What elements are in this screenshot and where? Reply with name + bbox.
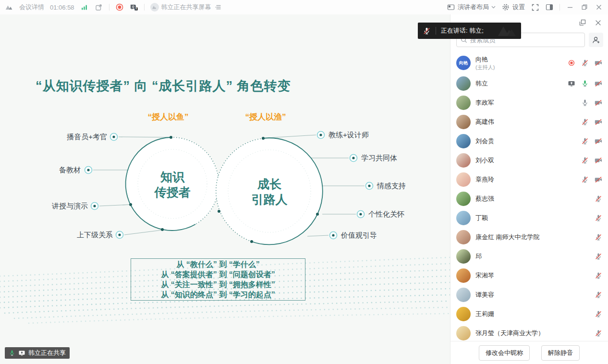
close-panel-icon[interactable] [594, 18, 602, 27]
member-status-icons [595, 253, 602, 260]
right-circle-label: 成长 引路人 [221, 176, 317, 207]
diagram-item: 教练+设计师 [328, 131, 369, 140]
sharing-status-text: 韩立正在共享 [28, 349, 66, 357]
sharing-status-badge: 韩立正在共享 [5, 347, 70, 359]
diagram-item: 情感支持 [377, 182, 406, 191]
member-row[interactable]: 韩立 [450, 74, 608, 93]
member-row[interactable]: 康金红 南师大中北学院 [450, 228, 608, 247]
avatar [456, 288, 471, 302]
member-status-icons [581, 137, 602, 145]
mic-muted-icon [595, 272, 602, 279]
right-circle-line2: 引路人 [221, 192, 317, 207]
member-row[interactable]: 向艳 向艳 (主持人) [450, 52, 608, 74]
member-info: 谭美容 [475, 291, 590, 299]
summary-line: 从 “答案提供者” 到 “问题创设者” [161, 269, 275, 279]
sharer-status-chip[interactable]: 韩立正在共享屏幕 [150, 3, 222, 12]
member-status-icons [568, 59, 602, 67]
recording-indicator-icon [568, 59, 575, 67]
member-row[interactable]: 宋湘琴 [450, 266, 608, 285]
member-info: 宋湘琴 [475, 271, 590, 280]
member-list[interactable]: 向艳 向艳 (主持人) 韩立 李政军 高建伟 刘会贵 [450, 52, 608, 341]
mic-muted-icon [581, 157, 589, 164]
divider [144, 4, 145, 11]
member-name: 谭美容 [475, 291, 590, 299]
avatar [456, 153, 471, 168]
mic-muted-icon [595, 233, 602, 241]
member-status-icons [595, 310, 602, 318]
mic-muted-icon [581, 137, 589, 145]
member-row[interactable]: 邱 [450, 247, 608, 266]
member-row[interactable]: 刘小双 [450, 151, 608, 170]
person-add-icon [592, 36, 600, 44]
layout-label: 演讲者布局 [458, 3, 489, 12]
member-status-icons [595, 214, 602, 222]
member-row[interactable]: 刘会贵 [450, 132, 608, 151]
minimize-button[interactable] [566, 3, 574, 12]
member-name: 王莉姗 [475, 310, 590, 318]
mic-muted-icon [595, 291, 602, 299]
unmute-button[interactable]: 解除静音 [541, 345, 580, 361]
member-status-icons [595, 329, 602, 337]
member-name: 丁颖 [475, 214, 590, 222]
add-member-button[interactable] [589, 33, 603, 47]
rename-button[interactable]: 修改会中昵称 [479, 345, 530, 361]
diagram-item: 讲授与演示 [46, 202, 88, 211]
pop-out-icon[interactable] [578, 18, 587, 27]
settings-button[interactable]: 设置 [501, 3, 525, 12]
member-row[interactable]: 丁颖 [450, 208, 608, 228]
member-name: 刘小双 [475, 156, 576, 165]
maximize-button[interactable] [580, 3, 589, 12]
member-status-icons [595, 195, 602, 203]
avatar [456, 76, 471, 91]
shared-screen-area: “从知识传授者” 向 “成长引路人” 角色转变 “授人以鱼” “授人以渔” 知识… [0, 14, 450, 364]
member-name: 高建伟 [475, 118, 576, 126]
left-circle-line1: 知识 [124, 169, 220, 184]
layout-selector[interactable]: 演讲者布局 [447, 3, 496, 12]
mic-muted-icon [581, 118, 589, 126]
live-captions-icon[interactable]: T [130, 3, 138, 12]
mic-idle-icon [581, 99, 589, 107]
record-button[interactable] [115, 3, 124, 12]
member-info: 王莉姗 [475, 310, 590, 318]
mic-muted-icon [595, 214, 602, 222]
avatar [456, 249, 471, 264]
meeting-timer: 01:06:58 [50, 4, 74, 11]
meeting-details-button[interactable]: 会议详情 [19, 3, 44, 12]
member-row[interactable]: 章燕玲 [450, 170, 608, 189]
member-row[interactable]: 王莉姗 [450, 304, 608, 324]
network-signal-icon[interactable] [80, 3, 89, 12]
member-status-icons [581, 157, 602, 164]
member-status-icons [581, 118, 602, 126]
member-row[interactable]: 蔡志强 [450, 189, 608, 208]
close-window-button[interactable] [595, 3, 603, 12]
mic-muted-icon [595, 310, 602, 318]
mic-muted-icon [595, 253, 602, 260]
open-in-new-icon[interactable] [95, 3, 103, 12]
summary-line: 从 “知识的终点” 到 “学习的起点” [161, 290, 275, 300]
sharer-list-icon[interactable] [214, 3, 222, 12]
member-row[interactable]: 高建伟 [450, 112, 608, 132]
avatar [456, 307, 471, 321]
meeting-app-window: 会议详情 01:06:58 T 韩立正在共享屏幕 [0, 0, 608, 364]
member-row[interactable]: 谭美容 [450, 285, 608, 304]
camera-muted-icon [595, 176, 602, 183]
svg-text:T: T [135, 7, 137, 10]
screen-share-icon [18, 350, 25, 356]
sharer-status-text: 韩立正在共享屏幕 [161, 3, 211, 12]
member-status-icons [581, 176, 602, 183]
avatar [456, 115, 471, 129]
member-info: 康金红 南师大中北学院 [475, 233, 590, 242]
member-status-icons [595, 291, 602, 299]
diagram-item: 上下级关系 [62, 231, 113, 240]
app-logo-icon [5, 3, 13, 12]
member-row[interactable]: 张月莹（天津商业大学） [450, 324, 608, 341]
camera-muted-icon [595, 80, 602, 87]
avatar [456, 230, 471, 244]
chevron-down-icon [491, 6, 496, 9]
member-row[interactable]: 李政军 [450, 93, 608, 112]
side-panel-toggle-icon[interactable] [545, 3, 554, 12]
avatar [456, 211, 471, 225]
member-info: 高建伟 [475, 118, 576, 126]
fullscreen-icon[interactable] [531, 3, 539, 12]
divider [109, 4, 109, 11]
